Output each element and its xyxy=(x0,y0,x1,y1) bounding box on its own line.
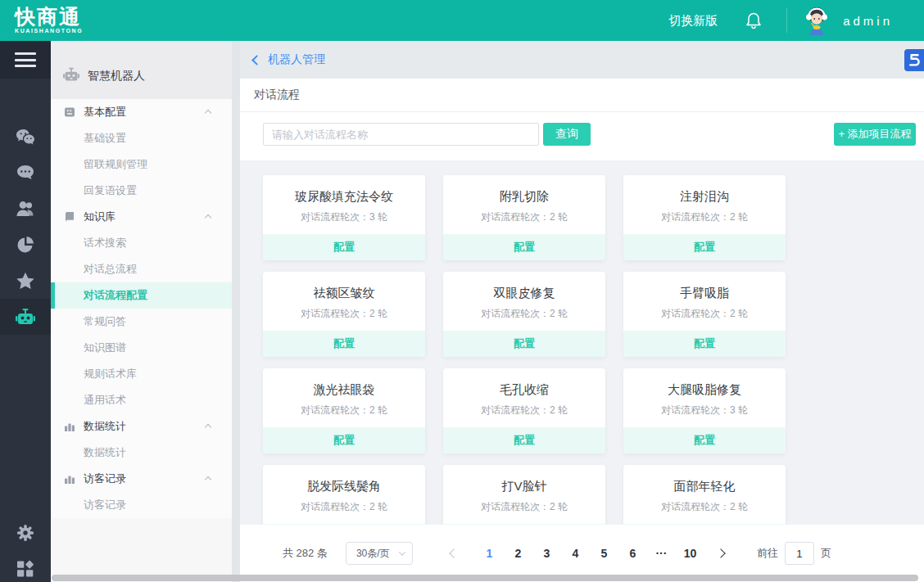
flow-rounds: 对话流程轮次：3 轮 xyxy=(263,210,425,224)
flow-card: 玻尿酸填充法令纹 对话流程轮次：3 轮 配置 xyxy=(263,175,425,260)
page-number[interactable]: 2 xyxy=(508,547,528,560)
flow-rounds: 对话流程轮次：2 轮 xyxy=(443,210,605,224)
page-number[interactable]: 3 xyxy=(537,547,557,560)
sidebar-item-general-scripts[interactable]: 通用话术 xyxy=(51,387,232,413)
notification-bell-icon[interactable] xyxy=(745,11,762,29)
sidebar-group-visitor-records[interactable]: 访客记录 xyxy=(51,466,232,492)
configure-button[interactable]: 配置 xyxy=(263,331,425,357)
prev-page-button[interactable] xyxy=(444,544,464,563)
icon-sidebar xyxy=(0,41,51,582)
collapse-menu-button[interactable] xyxy=(0,41,51,79)
configure-button[interactable]: 配置 xyxy=(443,427,605,453)
header-divider xyxy=(786,8,787,33)
configure-button[interactable]: 配置 xyxy=(623,427,786,453)
flow-rounds: 对话流程轮次：2 轮 xyxy=(443,404,605,417)
flow-card: 毛孔收缩 对话流程轮次：2 轮 配置 xyxy=(443,368,605,453)
configure-button[interactable]: 配置 xyxy=(623,331,786,357)
flow-title: 面部年轻化 xyxy=(623,479,786,494)
screen: 快商通 KUAISHANGTONG 切换新版 xyxy=(0,0,924,582)
next-page-button[interactable] xyxy=(711,544,731,563)
vertical-scrollbar[interactable] xyxy=(232,41,240,582)
flow-title: 激光祛眼袋 xyxy=(263,382,425,398)
apps-icon[interactable] xyxy=(0,551,51,582)
back-arrow-icon xyxy=(251,55,262,65)
sidebar-header-label: 智慧机器人 xyxy=(88,69,145,83)
page-number[interactable]: 10 xyxy=(680,547,700,560)
sidebar-item-retention-rules[interactable]: 留联规则管理 xyxy=(51,151,232,178)
sidebar-item-knowledge-graph[interactable]: 知识图谱 xyxy=(51,335,232,361)
flow-title: 大腿吸脂修复 xyxy=(623,382,786,398)
logo-title: 快商通 xyxy=(15,6,83,27)
sidebar-group-knowledge-base[interactable]: 知识库 xyxy=(51,204,232,230)
sidebar-item-dialog-flow-config[interactable]: 对话流程配置 xyxy=(51,282,232,309)
sidebar-group-data-statistics[interactable]: 数据统计 xyxy=(51,413,232,440)
flow-card: 大腿吸脂修复 对话流程轮次：3 轮 配置 xyxy=(623,368,786,453)
sidebar-item-reply-settings[interactable]: 回复语设置 xyxy=(51,178,232,204)
flow-rounds: 对话流程轮次：2 轮 xyxy=(443,500,605,514)
search-button[interactable]: 查询 xyxy=(543,123,591,146)
breadcrumb-link[interactable]: 机器人管理 xyxy=(268,52,325,67)
goto-page-input[interactable] xyxy=(785,542,814,565)
group-label: 访客记录 xyxy=(84,471,126,486)
star-icon[interactable] xyxy=(0,263,51,299)
hamburger-icon xyxy=(15,52,36,67)
sub-sidebar: 智慧机器人 基本配置 基础设置 留联规则管理 回复语设置 知识库 话术搜索 对话… xyxy=(51,41,232,582)
page-number[interactable]: 1 xyxy=(479,547,500,560)
panel-title-row: 对话流程 xyxy=(232,79,924,112)
sidebar-item-script-search[interactable]: 话术搜索 xyxy=(51,230,232,256)
wechat-icon[interactable] xyxy=(0,119,51,155)
sidebar-item-data-statistics[interactable]: 数据统计 xyxy=(51,440,232,466)
group-label: 数据统计 xyxy=(84,419,126,434)
page-ellipsis[interactable]: ··· xyxy=(651,547,672,560)
page-size-select[interactable]: 30条/页 xyxy=(346,542,413,565)
kst-badge-icon xyxy=(908,53,920,67)
flow-title: 附乳切除 xyxy=(443,189,605,205)
flow-rounds: 对话流程轮次：3 轮 xyxy=(623,404,786,417)
page-title: 对话流程 xyxy=(254,88,300,102)
sidebar-menu: 基本配置 基础设置 留联规则管理 回复语设置 知识库 话术搜索 对话总流程 对话… xyxy=(51,99,232,518)
chevron-up-icon xyxy=(205,424,211,431)
group-label: 知识库 xyxy=(84,210,116,224)
username[interactable]: admin xyxy=(843,14,893,28)
page-number[interactable]: 5 xyxy=(594,547,614,560)
avatar[interactable] xyxy=(802,5,831,36)
contacts-icon[interactable] xyxy=(0,191,51,227)
page-size-value: 30条/页 xyxy=(356,547,390,561)
app-header: 快商通 KUAISHANGTONG 切换新版 xyxy=(0,0,924,41)
pie-chart-icon[interactable] xyxy=(0,227,51,263)
sidebar-item-rule-script-library[interactable]: 规则话术库 xyxy=(51,361,232,387)
horizontal-scrollbar-thumb[interactable] xyxy=(52,575,918,581)
chevron-up-icon xyxy=(205,214,211,221)
logo-subtitle: KUAISHANGTONG xyxy=(15,28,83,34)
add-flow-button[interactable]: + 添加项目流程 xyxy=(834,123,916,146)
sidebar-group-basic-config[interactable]: 基本配置 xyxy=(51,99,232,125)
sidebar-item-basic-settings[interactable]: 基础设置 xyxy=(51,125,232,151)
configure-button[interactable]: 配置 xyxy=(443,331,605,357)
configure-button[interactable]: 配置 xyxy=(443,234,605,260)
flow-card: 激光祛眼袋 对话流程轮次：2 轮 配置 xyxy=(263,368,425,453)
page-number[interactable]: 6 xyxy=(623,547,643,560)
sidebar-item-dialog-overview-flow[interactable]: 对话总流程 xyxy=(51,256,232,282)
floating-badge[interactable] xyxy=(904,49,924,71)
chevron-up-icon xyxy=(205,110,211,116)
gear-icon[interactable] xyxy=(0,515,51,551)
bar-chart-icon xyxy=(64,473,75,485)
configure-button[interactable]: 配置 xyxy=(263,427,425,453)
chevron-down-icon xyxy=(399,548,405,555)
robot-icon[interactable] xyxy=(0,299,51,335)
comment-icon[interactable] xyxy=(0,155,51,191)
sidebar-item-common-qa[interactable]: 常规问答 xyxy=(51,309,232,335)
switch-version-link[interactable]: 切换新版 xyxy=(668,13,718,29)
breadcrumb: 机器人管理 xyxy=(232,41,924,79)
configure-button[interactable]: 配置 xyxy=(263,234,425,260)
flow-rounds: 对话流程轮次：2 轮 xyxy=(623,210,786,224)
flow-card: 祛额区皱纹 对话流程轮次：2 轮 配置 xyxy=(263,272,425,357)
page-number[interactable]: 4 xyxy=(565,547,586,560)
search-input[interactable] xyxy=(263,123,539,146)
sidebar-item-visitor-records[interactable]: 访客记录 xyxy=(51,492,232,518)
book-icon xyxy=(64,211,75,223)
configure-button[interactable]: 配置 xyxy=(623,234,786,260)
flow-rounds: 对话流程轮次：2 轮 xyxy=(263,500,425,514)
header-right: 切换新版 xyxy=(668,0,924,41)
flow-card: 双眼皮修复 对话流程轮次：2 轮 配置 xyxy=(443,272,605,357)
